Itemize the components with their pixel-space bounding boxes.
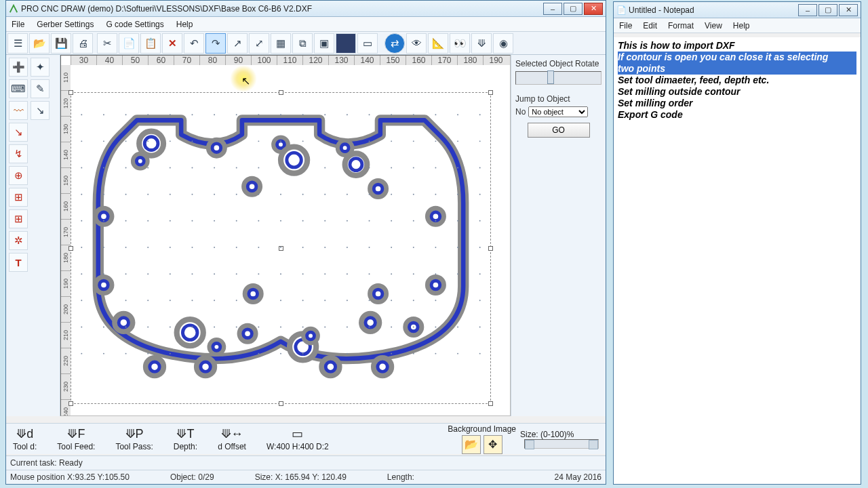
svg-point-78: [125, 220, 127, 222]
svg-point-221: [435, 300, 436, 301]
svg-point-187: [369, 194, 370, 195]
np-titlebar[interactable]: 📄 Untitled - Notepad – ▢ ✕: [614, 2, 861, 18]
np-menu-view[interactable]: View: [705, 21, 722, 30]
svg-point-11: [341, 144, 349, 152]
menu-gcode[interactable]: G code Settings: [106, 20, 163, 29]
svg-point-205: [413, 140, 414, 142]
svg-point-232: [457, 326, 458, 327]
rotate-label: Selected Object Rotate: [515, 59, 601, 68]
svg-point-77: [125, 194, 127, 195]
svg-point-47: [150, 362, 159, 371]
np-menu-help[interactable]: Help: [733, 21, 750, 30]
align-icon[interactable]: ⧉: [292, 33, 313, 54]
snap-icon[interactable]: ✦: [31, 58, 50, 77]
undo-icon[interactable]: ↶: [184, 33, 204, 54]
svg-point-135: [258, 140, 259, 142]
svg-point-144: [280, 114, 281, 115]
np-menu-edit[interactable]: Edit: [643, 21, 657, 30]
text-icon[interactable]: T: [9, 253, 28, 272]
bg-size-scroll[interactable]: [524, 439, 599, 449]
status-date: 24 May 2016: [555, 472, 601, 482]
svg-point-191: [369, 300, 370, 301]
svg-point-188: [369, 220, 370, 222]
np-close-button[interactable]: ✕: [839, 4, 858, 16]
edit-path-icon[interactable]: ✎: [31, 79, 50, 98]
probe-icon[interactable]: ↯: [9, 144, 28, 163]
bg-open-button[interactable]: 📂: [462, 435, 481, 454]
square-plus-icon[interactable]: ⊞: [9, 188, 28, 207]
svg-point-112: [191, 326, 193, 327]
polyline-icon[interactable]: ⤢: [249, 33, 269, 54]
circle-plus-icon[interactable]: ⊕: [9, 166, 28, 185]
line2-icon[interactable]: ↘: [9, 123, 28, 142]
svg-point-95: [170, 140, 171, 142]
svg-point-240: [479, 273, 481, 274]
svg-point-202: [391, 326, 392, 327]
layers-icon[interactable]: 📐: [428, 33, 448, 54]
rotate-slider[interactable]: [515, 71, 601, 85]
svg-point-82: [125, 326, 127, 327]
grid-icon[interactable]: ▦: [271, 33, 291, 54]
redo-icon[interactable]: ↷: [205, 33, 226, 54]
right-panel: Selected Object Rotate Jump to Object No…: [511, 55, 606, 416]
menu-gerber[interactable]: Gerber Settings: [37, 20, 94, 29]
svg-point-116: [214, 167, 215, 169]
preview-icon[interactable]: ◉: [493, 33, 513, 54]
svg-point-67: [103, 194, 104, 195]
paste-icon[interactable]: 📋: [140, 33, 161, 54]
no-label: No: [515, 107, 526, 117]
route-icon[interactable]: 〰: [9, 101, 28, 120]
svg-point-66: [103, 167, 104, 169]
bg-move-button[interactable]: ✥: [484, 435, 502, 454]
svg-point-97: [170, 194, 171, 195]
status-length: Length:: [387, 472, 414, 482]
drill-icon[interactable]: ⟱: [471, 33, 492, 54]
object-select[interactable]: No object: [528, 106, 588, 117]
copy-icon[interactable]: 📄: [119, 33, 139, 54]
titlebar[interactable]: PRO CNC DRAW (demo) D:\Softueri\VLESSONS…: [6, 1, 606, 17]
np-textarea[interactable]: This is how to import DXFIf contour is o…: [614, 37, 861, 484]
square-plus2-icon[interactable]: ⊞: [9, 209, 28, 228]
pointer-icon[interactable]: ➕: [9, 58, 28, 77]
np-menu-format[interactable]: Format: [668, 21, 694, 30]
view-icon[interactable]: 👀: [450, 33, 470, 54]
svg-point-107: [191, 194, 193, 195]
fill-frame-icon[interactable]: ▭: [357, 33, 378, 54]
menu-help[interactable]: Help: [176, 20, 193, 29]
svg-point-231: [457, 300, 458, 301]
eye-icon[interactable]: 👁: [406, 33, 427, 54]
svg-point-214: [435, 114, 436, 115]
status-bar-1: Current task: Ready: [6, 455, 606, 470]
svg-point-1: [144, 137, 158, 150]
open-icon[interactable]: 📂: [29, 33, 50, 54]
go-button[interactable]: GO: [528, 123, 590, 138]
svg-point-25: [431, 281, 440, 289]
canvas[interactable]: 3040506070809010011012013014015016017018…: [60, 55, 511, 416]
fill-dark-icon[interactable]: [336, 33, 356, 54]
minimize-button[interactable]: –: [543, 3, 562, 15]
gear-icon[interactable]: ✲: [9, 231, 28, 250]
pick-icon[interactable]: ↘: [31, 101, 50, 120]
list-icon[interactable]: ☰: [7, 33, 28, 54]
np-menu-file[interactable]: File: [619, 21, 632, 30]
svg-point-21: [431, 212, 440, 221]
svg-point-129: [236, 247, 237, 248]
cut-icon[interactable]: ✂: [97, 33, 117, 54]
close-button[interactable]: ✕: [584, 3, 603, 15]
svg-point-243: [479, 353, 481, 354]
menu-file[interactable]: File: [12, 20, 24, 29]
svg-point-98: [170, 220, 171, 222]
delete-icon[interactable]: ✕: [162, 33, 182, 54]
np-min-button[interactable]: –: [798, 4, 817, 16]
direction-icon[interactable]: ⇄: [384, 33, 405, 54]
svg-point-65: [103, 140, 104, 142]
keyboard-icon[interactable]: ⌨: [9, 79, 28, 98]
print-icon[interactable]: 🖨: [73, 33, 93, 54]
np-max-button[interactable]: ▢: [818, 4, 837, 16]
save-icon[interactable]: 💾: [51, 33, 71, 54]
svg-point-150: [280, 273, 281, 274]
group-icon[interactable]: ▣: [314, 33, 334, 54]
svg-point-189: [369, 247, 370, 248]
line-tool-icon[interactable]: ↗: [227, 33, 248, 54]
maximize-button[interactable]: ▢: [564, 3, 583, 15]
